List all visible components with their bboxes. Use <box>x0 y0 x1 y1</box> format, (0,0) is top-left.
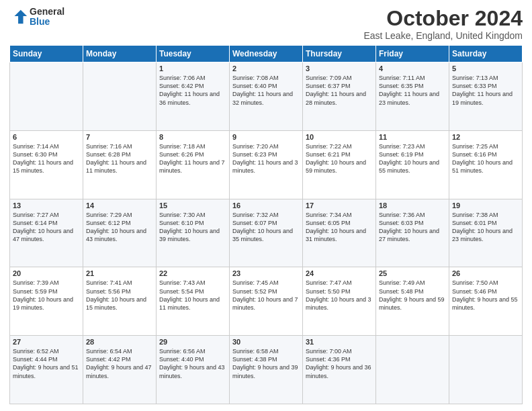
cell-info: Sunrise: 7:32 AM Sunset: 6:07 PM Dayligh… <box>232 211 300 244</box>
table-cell: 30Sunrise: 6:58 AM Sunset: 4:38 PM Dayli… <box>230 336 303 404</box>
cell-info: Sunrise: 7:30 AM Sunset: 6:10 PM Dayligh… <box>159 211 226 244</box>
table-cell <box>376 336 449 404</box>
location: East Leake, England, United Kingdom <box>363 30 523 41</box>
day-number: 19 <box>452 201 519 210</box>
cell-info: Sunrise: 7:38 AM Sunset: 6:01 PM Dayligh… <box>452 211 519 244</box>
cell-info: Sunrise: 7:18 AM Sunset: 6:26 PM Dayligh… <box>159 142 226 175</box>
week-row-2: 6Sunrise: 7:14 AM Sunset: 6:30 PM Daylig… <box>10 130 523 199</box>
table-cell: 27Sunrise: 6:52 AM Sunset: 4:44 PM Dayli… <box>10 336 83 404</box>
cell-info: Sunrise: 7:47 AM Sunset: 5:50 PM Dayligh… <box>306 279 373 312</box>
cell-info: Sunrise: 7:34 AM Sunset: 6:05 PM Dayligh… <box>306 211 373 244</box>
table-cell: 28Sunrise: 6:54 AM Sunset: 4:42 PM Dayli… <box>83 336 157 404</box>
cell-info: Sunrise: 7:22 AM Sunset: 6:21 PM Dayligh… <box>306 142 373 175</box>
day-number: 31 <box>306 338 373 346</box>
cell-info: Sunrise: 6:58 AM Sunset: 4:38 PM Dayligh… <box>232 347 300 380</box>
table-cell: 7Sunrise: 7:16 AM Sunset: 6:28 PM Daylig… <box>83 130 157 199</box>
table-cell: 2Sunrise: 7:08 AM Sunset: 6:40 PM Daylig… <box>230 62 303 131</box>
logo: General Blue <box>9 7 64 28</box>
cell-info: Sunrise: 7:43 AM Sunset: 5:54 PM Dayligh… <box>159 279 226 312</box>
day-number: 23 <box>232 269 300 277</box>
table-cell: 13Sunrise: 7:27 AM Sunset: 6:14 PM Dayli… <box>10 199 83 267</box>
day-number: 9 <box>232 133 300 141</box>
cell-info: Sunrise: 7:36 AM Sunset: 6:03 PM Dayligh… <box>379 211 446 244</box>
table-cell <box>10 62 83 131</box>
table-cell: 26Sunrise: 7:50 AM Sunset: 5:46 PM Dayli… <box>449 267 523 336</box>
cell-info: Sunrise: 7:06 AM Sunset: 6:42 PM Dayligh… <box>159 74 226 107</box>
day-number: 24 <box>306 269 373 277</box>
cell-info: Sunrise: 7:50 AM Sunset: 5:46 PM Dayligh… <box>452 279 519 312</box>
logo-text: General Blue <box>30 7 64 28</box>
day-number: 7 <box>86 133 153 141</box>
day-number: 26 <box>452 269 519 277</box>
col-wednesday: Wednesday <box>230 46 303 62</box>
day-number: 5 <box>452 64 519 73</box>
cell-info: Sunrise: 7:27 AM Sunset: 6:14 PM Dayligh… <box>13 211 80 244</box>
col-thursday: Thursday <box>303 46 376 62</box>
cell-info: Sunrise: 7:45 AM Sunset: 5:52 PM Dayligh… <box>232 279 300 312</box>
table-cell: 21Sunrise: 7:41 AM Sunset: 5:56 PM Dayli… <box>83 267 157 336</box>
day-number: 1 <box>159 64 226 73</box>
day-number: 20 <box>13 269 80 277</box>
table-cell: 23Sunrise: 7:45 AM Sunset: 5:52 PM Dayli… <box>230 267 303 336</box>
day-number: 16 <box>232 201 300 210</box>
cell-info: Sunrise: 7:41 AM Sunset: 5:56 PM Dayligh… <box>86 279 153 312</box>
day-number: 28 <box>86 338 153 346</box>
cell-info: Sunrise: 7:09 AM Sunset: 6:37 PM Dayligh… <box>306 74 373 107</box>
cell-info: Sunrise: 6:56 AM Sunset: 4:40 PM Dayligh… <box>159 347 226 380</box>
table-cell: 14Sunrise: 7:29 AM Sunset: 6:12 PM Dayli… <box>83 199 157 267</box>
table-cell: 24Sunrise: 7:47 AM Sunset: 5:50 PM Dayli… <box>303 267 376 336</box>
svg-marker-0 <box>14 10 27 24</box>
day-number: 29 <box>159 338 226 346</box>
table-cell: 17Sunrise: 7:34 AM Sunset: 6:05 PM Dayli… <box>303 199 376 267</box>
table-cell: 20Sunrise: 7:39 AM Sunset: 5:59 PM Dayli… <box>10 267 83 336</box>
cell-info: Sunrise: 7:25 AM Sunset: 6:16 PM Dayligh… <box>452 142 519 175</box>
day-number: 30 <box>232 338 300 346</box>
logo-blue: Blue <box>30 17 64 27</box>
title-block: October 2024 East Leake, England, United… <box>363 7 523 41</box>
table-cell: 25Sunrise: 7:49 AM Sunset: 5:48 PM Dayli… <box>376 267 449 336</box>
day-number: 15 <box>159 201 226 210</box>
cell-info: Sunrise: 7:49 AM Sunset: 5:48 PM Dayligh… <box>379 279 446 312</box>
table-cell: 19Sunrise: 7:38 AM Sunset: 6:01 PM Dayli… <box>449 199 523 267</box>
cell-info: Sunrise: 7:16 AM Sunset: 6:28 PM Dayligh… <box>86 142 153 175</box>
table-cell: 10Sunrise: 7:22 AM Sunset: 6:21 PM Dayli… <box>303 130 376 199</box>
day-number: 14 <box>86 201 153 210</box>
day-number: 17 <box>306 201 373 210</box>
cell-info: Sunrise: 6:52 AM Sunset: 4:44 PM Dayligh… <box>13 347 80 380</box>
col-sunday: Sunday <box>10 46 83 62</box>
day-number: 12 <box>452 133 519 141</box>
cell-info: Sunrise: 7:39 AM Sunset: 5:59 PM Dayligh… <box>13 279 80 312</box>
table-cell: 9Sunrise: 7:20 AM Sunset: 6:23 PM Daylig… <box>230 130 303 199</box>
page: General Blue October 2024 East Leake, En… <box>0 0 532 411</box>
table-cell: 16Sunrise: 7:32 AM Sunset: 6:07 PM Dayli… <box>230 199 303 267</box>
table-cell: 4Sunrise: 7:11 AM Sunset: 6:35 PM Daylig… <box>376 62 449 131</box>
cell-info: Sunrise: 7:23 AM Sunset: 6:19 PM Dayligh… <box>379 142 446 175</box>
header-row: Sunday Monday Tuesday Wednesday Thursday… <box>10 46 523 62</box>
week-row-3: 13Sunrise: 7:27 AM Sunset: 6:14 PM Dayli… <box>10 199 523 267</box>
table-cell: 3Sunrise: 7:09 AM Sunset: 6:37 PM Daylig… <box>303 62 376 131</box>
day-number: 3 <box>306 64 373 73</box>
day-number: 2 <box>232 64 300 73</box>
cell-info: Sunrise: 7:08 AM Sunset: 6:40 PM Dayligh… <box>232 74 300 107</box>
table-cell: 18Sunrise: 7:36 AM Sunset: 6:03 PM Dayli… <box>376 199 449 267</box>
day-number: 25 <box>379 269 446 277</box>
day-number: 22 <box>159 269 226 277</box>
day-number: 4 <box>379 64 446 73</box>
day-number: 11 <box>379 133 446 141</box>
day-number: 13 <box>13 201 80 210</box>
week-row-1: 1Sunrise: 7:06 AM Sunset: 6:42 PM Daylig… <box>10 62 523 131</box>
cell-info: Sunrise: 7:00 AM Sunset: 4:36 PM Dayligh… <box>306 347 373 380</box>
header: General Blue October 2024 East Leake, En… <box>9 7 523 41</box>
cell-info: Sunrise: 7:14 AM Sunset: 6:30 PM Dayligh… <box>13 142 80 175</box>
table-cell: 1Sunrise: 7:06 AM Sunset: 6:42 PM Daylig… <box>157 62 230 131</box>
cell-info: Sunrise: 6:54 AM Sunset: 4:42 PM Dayligh… <box>86 347 153 380</box>
day-number: 8 <box>159 133 226 141</box>
table-cell: 8Sunrise: 7:18 AM Sunset: 6:26 PM Daylig… <box>157 130 230 199</box>
col-tuesday: Tuesday <box>157 46 230 62</box>
table-cell: 12Sunrise: 7:25 AM Sunset: 6:16 PM Dayli… <box>449 130 523 199</box>
table-cell: 22Sunrise: 7:43 AM Sunset: 5:54 PM Dayli… <box>157 267 230 336</box>
day-number: 6 <box>13 133 80 141</box>
table-cell: 5Sunrise: 7:13 AM Sunset: 6:33 PM Daylig… <box>449 62 523 131</box>
calendar: Sunday Monday Tuesday Wednesday Thursday… <box>9 45 523 404</box>
table-cell: 15Sunrise: 7:30 AM Sunset: 6:10 PM Dayli… <box>157 199 230 267</box>
